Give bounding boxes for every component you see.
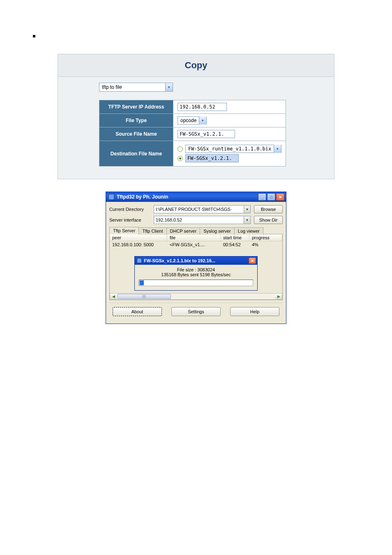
col-start[interactable]: start time: [221, 234, 249, 241]
progress-size-line: File size : 3083024: [139, 267, 253, 272]
scroll-right-button[interactable]: ▶: [275, 294, 282, 299]
dest-option-2-input[interactable]: [185, 154, 239, 162]
progress-rate-line: 135168 Bytes sent 5198 Bytes/sec: [139, 272, 253, 277]
source-file-label: Source File Name: [99, 127, 173, 141]
square-bullet-icon: [33, 35, 35, 37]
show-dir-button[interactable]: Show Dir: [254, 216, 283, 224]
settings-button[interactable]: Settings: [171, 307, 221, 316]
copy-mode-select[interactable]: tftp to file ▾: [99, 83, 173, 92]
tab-syslog-server[interactable]: Syslog server: [200, 227, 235, 235]
transfer-list-header: peer file start time progress: [110, 234, 282, 241]
progress-bar: [139, 280, 253, 286]
copy-panel: Copy tftp to file ▾ TFTP Server IP Addre…: [58, 54, 334, 179]
source-file-input[interactable]: [178, 130, 235, 138]
file-type-label: File Type: [99, 114, 173, 127]
help-button[interactable]: Help: [230, 307, 279, 316]
progress-title: FW-SGSx_v1.2.1.1.bix to 192.16...: [144, 258, 215, 263]
grip-icon: [143, 295, 146, 298]
close-button[interactable]: ✕: [249, 257, 256, 264]
window-title: Tftpd32 by Ph. Jounin: [117, 194, 168, 200]
col-progress[interactable]: progress: [249, 234, 282, 241]
minimize-button[interactable]: _: [258, 193, 266, 201]
radio-selected-icon[interactable]: [178, 156, 183, 161]
app-icon: [108, 194, 114, 200]
copy-mode-value: tftp to file: [99, 84, 165, 90]
scroll-left-button[interactable]: ◀: [110, 294, 117, 299]
col-peer[interactable]: peer: [110, 234, 167, 241]
chevron-down-icon[interactable]: ▼: [244, 206, 250, 213]
progress-dialog: FW-SGSx_v1.2.1.1.bix to 192.16... ✕ File…: [134, 256, 258, 291]
bullet-item: [33, 33, 359, 37]
tab-tftp-client[interactable]: Tftp Client: [138, 227, 166, 235]
app-icon: [137, 258, 142, 263]
dest-file-label: Destination File Name: [99, 141, 173, 166]
chevron-down-icon[interactable]: ▾: [274, 145, 281, 153]
scroll-thumb[interactable]: [118, 294, 171, 299]
col-file[interactable]: file: [167, 234, 221, 241]
chevron-down-icon[interactable]: ▾: [199, 116, 206, 125]
current-directory-combo[interactable]: I:\PLANET PRODUCT·SWITCH\SGS· ▼: [154, 205, 251, 213]
tab-log-viewer[interactable]: Log viewer: [234, 227, 263, 235]
dest-option-1-select[interactable]: FW-SGSx_runtime_v1.1.1.0.bix ▾: [185, 145, 281, 153]
row-progress: 4%: [249, 241, 282, 248]
server-interface-label: Server interface: [109, 217, 150, 222]
dest-option-2[interactable]: [178, 154, 281, 162]
browse-button[interactable]: Browse: [254, 205, 283, 213]
server-interface-value: 192.168.0.52: [154, 217, 244, 222]
horizontal-scrollbar[interactable]: ◀ ▶: [110, 293, 282, 300]
current-directory-value: I:\PLANET PRODUCT·SWITCH\SGS·: [154, 207, 244, 212]
dest-option-1[interactable]: FW-SGSx_runtime_v1.1.1.0.bix ▾: [178, 145, 281, 153]
titlebar[interactable]: Tftpd32 by Ph. Jounin _ □ ✕: [106, 192, 286, 202]
tabstrip: Tftp Server Tftp Client DHCP server Sysl…: [109, 227, 283, 234]
copy-form-table: TFTP Server IP Address File Type opcode …: [99, 100, 286, 166]
dest-option-1-value: FW-SGSx_runtime_v1.1.1.0.bix: [186, 146, 274, 152]
row-peer: 192.168.0.100: 5000: [110, 241, 167, 248]
file-type-value: opcode: [178, 118, 199, 123]
tab-tftp-server[interactable]: Tftp Server: [109, 227, 139, 234]
about-button[interactable]: About: [113, 307, 162, 316]
transfer-row[interactable]: 192.168.0.100: 5000 <FW-SGSx_v1.... 00:5…: [110, 241, 282, 248]
chevron-down-icon[interactable]: ▼: [244, 216, 250, 224]
maximize-button[interactable]: □: [267, 193, 275, 201]
tftp-ip-input[interactable]: [178, 103, 227, 111]
file-type-select[interactable]: opcode ▾: [178, 116, 207, 125]
close-button[interactable]: ✕: [276, 193, 284, 201]
row-file: <FW-SGSx_v1....: [167, 241, 221, 248]
tab-dhcp-server[interactable]: DHCP server: [166, 227, 201, 235]
chevron-down-icon[interactable]: ▾: [165, 83, 173, 91]
tftpd32-window: Tftpd32 by Ph. Jounin _ □ ✕ Current Dire…: [106, 192, 286, 324]
scroll-track[interactable]: [117, 294, 275, 299]
tftp-server-pane: peer file start time progress 192.168.0.…: [109, 234, 283, 300]
copy-title: Copy: [58, 54, 334, 77]
tftp-ip-label: TFTP Server IP Address: [99, 100, 173, 114]
row-start: 00:54:52: [221, 241, 249, 248]
radio-icon[interactable]: [178, 146, 183, 152]
server-interface-combo[interactable]: 192.168.0.52 ▼: [154, 216, 251, 224]
progress-chunk: [140, 280, 144, 285]
current-directory-label: Current Directory: [109, 207, 150, 212]
progress-titlebar[interactable]: FW-SGSx_v1.2.1.1.bix to 192.16... ✕: [135, 257, 257, 265]
